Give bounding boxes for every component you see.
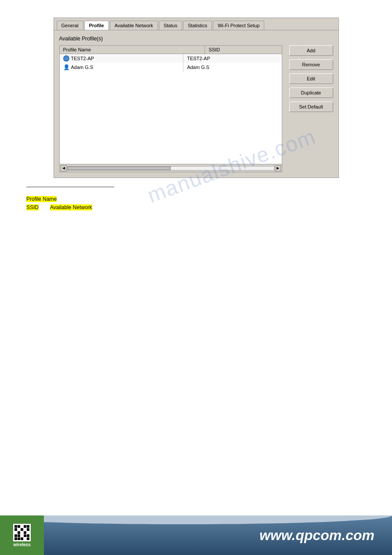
- tab-status[interactable]: Status: [159, 21, 182, 30]
- footer-wave: [44, 515, 392, 524]
- tab-general[interactable]: General: [57, 21, 83, 30]
- tab-statistics[interactable]: Statistics: [183, 21, 212, 30]
- profile-table-container: Profile Name SSID: [59, 45, 282, 172]
- qr-cell: [14, 531, 17, 534]
- qr-cell: [14, 525, 17, 528]
- profile-icon: 👤: [63, 64, 69, 70]
- qr-cell: [24, 528, 26, 531]
- qr-cell: [21, 525, 23, 528]
- buttons-panel: Add Remove Edit Duplicate Set Default: [289, 45, 333, 172]
- horizontal-scrollbar[interactable]: ◀ ▶: [60, 164, 282, 172]
- qr-cell: [27, 537, 29, 540]
- footer-url: www.qpcom.com: [44, 527, 392, 544]
- profile-table: Profile Name SSID: [60, 46, 282, 54]
- col-header-profile-name: Profile Name: [60, 46, 205, 54]
- qr-cell: [21, 528, 23, 531]
- add-button[interactable]: Add: [289, 45, 333, 56]
- qr-cell: [27, 528, 29, 531]
- profile-name-cell: TEST2-AP: [60, 54, 183, 63]
- highlight-text-2: SSID: [26, 204, 39, 210]
- tab-bar: General Profile Available Network Status…: [54, 18, 338, 30]
- panel-content: Available Profile(s) Profile Name SSID: [54, 30, 338, 178]
- scroll-track[interactable]: [67, 166, 274, 170]
- footer: wireless www.qpcom.com: [0, 515, 392, 555]
- qr-cell: [21, 537, 23, 540]
- highlight-block-2: SSID Available Network: [26, 204, 366, 210]
- table-row[interactable]: 👤 Adam G.S Adam G.S: [60, 63, 282, 72]
- highlight-text-3: Available Network: [50, 204, 92, 210]
- qr-cell: [18, 537, 20, 540]
- remove-button[interactable]: Remove: [289, 59, 333, 70]
- qr-cell: [24, 525, 26, 528]
- dialog-window: General Profile Available Network Status…: [54, 18, 339, 178]
- logo-text: wireless: [13, 542, 30, 547]
- tab-wifi-protect-setup[interactable]: Wi-Fi Protect Setup: [213, 21, 264, 30]
- tab-profile[interactable]: Profile: [84, 21, 109, 30]
- separator-line: [26, 187, 114, 187]
- profile-name-cell: 👤 Adam G.S: [60, 63, 183, 72]
- main-content: General Profile Available Network Status…: [0, 0, 392, 221]
- ssid-cell: Adam G.S: [183, 63, 282, 72]
- duplicate-button[interactable]: Duplicate: [289, 87, 333, 98]
- qr-cell: [18, 525, 20, 528]
- footer-logo: wireless: [0, 515, 44, 555]
- qr-cell: [24, 534, 26, 537]
- scroll-left-arrow[interactable]: ◀: [61, 165, 67, 171]
- qr-cell: [24, 537, 26, 540]
- col-header-ssid: SSID: [205, 46, 282, 54]
- qr-cell: [21, 531, 23, 534]
- table-row[interactable]: TEST2-AP TEST2-AP: [60, 54, 282, 63]
- qr-cell: [14, 537, 17, 540]
- edit-button[interactable]: Edit: [289, 73, 333, 84]
- profile-area: Profile Name SSID: [59, 45, 333, 172]
- highlight-block-1: Profile Name: [26, 196, 366, 202]
- highlight-text-1: Profile Name: [26, 196, 57, 202]
- qr-cell: [27, 534, 29, 537]
- qr-cell: [18, 534, 20, 537]
- qr-cell: [27, 525, 29, 528]
- qr-cell: [24, 531, 26, 534]
- section-label: Available Profile(s): [59, 36, 333, 42]
- qr-cell: [18, 531, 20, 534]
- profile-table-body: TEST2-AP TEST2-AP: [60, 54, 282, 72]
- scroll-right-arrow[interactable]: ▶: [275, 165, 281, 171]
- tab-available-network[interactable]: Available Network: [110, 21, 158, 30]
- set-default-button[interactable]: Set Default: [289, 102, 333, 112]
- ssid-cell: TEST2-AP: [183, 54, 282, 63]
- scroll-thumb[interactable]: [68, 167, 171, 170]
- qr-cell: [27, 531, 29, 534]
- table-body-area: TEST2-AP TEST2-AP: [60, 54, 282, 164]
- qr-cell: [14, 534, 17, 537]
- qr-cell: [14, 528, 17, 531]
- logo-qr-icon: [13, 524, 31, 541]
- qr-cell: [21, 534, 23, 537]
- qr-cell: [18, 528, 20, 531]
- connected-icon: [63, 55, 69, 62]
